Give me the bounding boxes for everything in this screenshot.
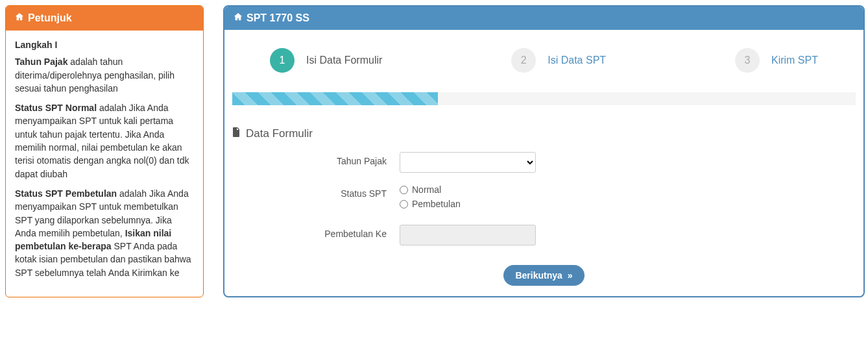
form-data-formulir: Tahun Pajak Status SPT Normal bbox=[231, 152, 857, 245]
instructions-title: Petunjuk bbox=[28, 12, 72, 24]
progress-fill bbox=[232, 92, 438, 105]
chevron-right-icon: » bbox=[565, 270, 573, 281]
main-header: SPT 1770 SS bbox=[224, 6, 863, 30]
home-icon bbox=[15, 12, 24, 24]
instructions-p2: Status SPT Normal adalah Jika Anda menya… bbox=[15, 101, 194, 181]
main-panel: SPT 1770 SS 1 Isi Data Formulir 2 Isi Da… bbox=[223, 5, 865, 297]
label-tahun-pajak: Tahun Pajak bbox=[231, 152, 400, 166]
instructions-p3: Status SPT Pembetulan adalah Jika Anda m… bbox=[15, 187, 194, 279]
instructions-panel: Petunjuk Langkah I Tahun Pajak adalah ta… bbox=[5, 5, 204, 297]
step-2-number: 2 bbox=[511, 48, 536, 73]
main-title: SPT 1770 SS bbox=[247, 12, 309, 24]
progress-bar bbox=[232, 92, 856, 105]
radio-normal[interactable] bbox=[400, 186, 408, 194]
step-1-number: 1 bbox=[270, 48, 295, 73]
section-title: Data Formulir bbox=[232, 127, 857, 140]
step-3-number: 3 bbox=[735, 48, 760, 73]
step-3-label: Kirim SPT bbox=[771, 55, 818, 66]
instructions-body[interactable]: Langkah I Tahun Pajak adalah tahun diter… bbox=[6, 31, 203, 297]
select-tahun-pajak[interactable] bbox=[400, 152, 536, 173]
step-2-label: Isi Data SPT bbox=[548, 55, 606, 66]
instructions-p1: Tahun Pajak adalah tahun diterima/dipero… bbox=[15, 55, 194, 95]
step-1-label: Isi Data Formulir bbox=[306, 55, 382, 66]
radio-normal-label: Normal bbox=[412, 184, 441, 195]
step-2[interactable]: 2 Isi Data SPT bbox=[511, 48, 606, 73]
file-icon bbox=[232, 127, 241, 140]
radio-pembetulan[interactable] bbox=[400, 200, 408, 208]
instructions-step-heading: Langkah I bbox=[15, 38, 194, 51]
input-pembetulan-ke bbox=[400, 225, 536, 245]
radio-pembetulan-label: Pembetulan bbox=[412, 199, 461, 209]
home-icon bbox=[234, 12, 243, 24]
stepper: 1 Isi Data Formulir 2 Isi Data SPT 3 Kir… bbox=[231, 42, 857, 92]
next-button[interactable]: Berikutnya » bbox=[503, 265, 584, 286]
step-3[interactable]: 3 Kirim SPT bbox=[735, 48, 818, 73]
label-pembetulan-ke: Pembetulan Ke bbox=[231, 225, 400, 239]
instructions-header: Petunjuk bbox=[6, 6, 203, 31]
label-status-spt: Status SPT bbox=[231, 184, 400, 199]
step-1[interactable]: 1 Isi Data Formulir bbox=[270, 48, 382, 73]
